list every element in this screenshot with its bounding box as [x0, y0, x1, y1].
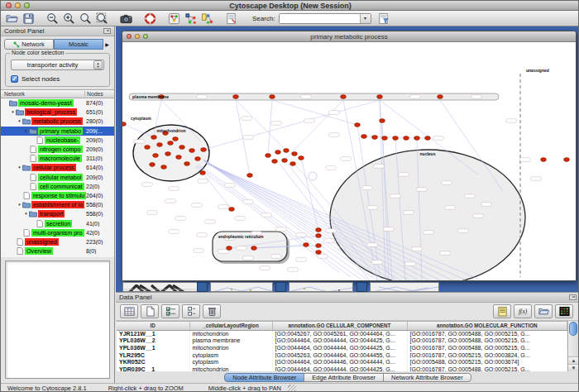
- graph-node[interactable]: [282, 159, 288, 163]
- help-icon[interactable]: [143, 12, 157, 26]
- minimize-icon[interactable]: [135, 34, 140, 39]
- graph-node[interactable]: [201, 148, 207, 152]
- delete-attr-icon[interactable]: [203, 304, 221, 318]
- table-cell[interactable]: [GO:0016787, GO:0005488, GO:0005215, G..…: [407, 366, 567, 371]
- tree-row[interactable]: response to stimulu264(0): [1, 191, 114, 200]
- close-icon[interactable]: [127, 34, 132, 39]
- graph-node[interactable]: [361, 135, 367, 139]
- table-cell[interactable]: [GO:0005488, GO:0005215, GO:0003674]: [407, 358, 567, 366]
- tree-row[interactable]: nitrogen compo209(0): [1, 145, 114, 154]
- table-cell[interactable]: YPL036W__1: [117, 344, 189, 351]
- tree-column-nodes[interactable]: Nodes: [84, 91, 114, 97]
- graph-node[interactable]: [173, 137, 179, 141]
- import-network-icon[interactable]: [184, 12, 198, 26]
- graph-node[interactable]: [200, 171, 206, 175]
- graph-node[interactable]: [145, 146, 151, 150]
- filter-icon[interactable]: [376, 12, 390, 26]
- graph-node[interactable]: [195, 157, 201, 161]
- graph-node[interactable]: [233, 95, 239, 99]
- graph-node[interactable]: [290, 162, 296, 166]
- graph-node[interactable]: [275, 151, 281, 155]
- save-icon[interactable]: [22, 12, 36, 26]
- table-scrollbar[interactable]: ▲▼: [567, 321, 579, 371]
- scrollbar-thumb[interactable]: [569, 322, 577, 336]
- table-cell[interactable]: YDR039C__1: [117, 366, 189, 371]
- table-cell[interactable]: mitochondrion: [189, 344, 272, 351]
- zoom-button[interactable]: [24, 2, 30, 8]
- tab-node-attribute-browser[interactable]: Node Attribute Browser: [224, 373, 304, 382]
- create-attr-icon[interactable]: [141, 304, 159, 318]
- graph-node[interactable]: [564, 158, 570, 162]
- table-cell[interactable]: cytoplasm: [189, 351, 272, 359]
- graph-node[interactable]: [382, 136, 388, 141]
- attribute-table[interactable]: ID_cellularLayoutRegionannotation.GO CEL…: [117, 322, 567, 371]
- table-cell[interactable]: plasma membrane: [189, 337, 272, 345]
- tree-row[interactable]: mosaic-demo-yeast874(0): [1, 98, 114, 108]
- table-column-header[interactable]: annotation.GO MOLECULAR_FUNCTION: [407, 322, 567, 330]
- float-panel-icon[interactable]: [103, 28, 111, 34]
- table-column-header[interactable]: _cellularLayoutRegion: [189, 322, 272, 330]
- graph-node[interactable]: [404, 136, 409, 141]
- table-cell[interactable]: [GO:0045263, GO:0044464, GO:0044455, G..…: [272, 351, 407, 359]
- graph-node[interactable]: [284, 149, 290, 153]
- graph-node[interactable]: [227, 246, 232, 251]
- dropdown-stepper-icon[interactable]: ▲▼: [93, 60, 103, 69]
- birdseye-view[interactable]: [5, 261, 110, 379]
- import-table-icon[interactable]: [200, 12, 214, 26]
- expand-arrow-icon[interactable]: ▼: [17, 119, 22, 123]
- notes-icon[interactable]: [493, 304, 511, 318]
- tab-network[interactable]: Network: [4, 39, 54, 50]
- unselect-attr-icon[interactable]: [182, 304, 200, 318]
- node-color-dropdown[interactable]: transporter activity ▲▼: [11, 60, 104, 70]
- tree-row[interactable]: ▼biological_process651(0): [1, 108, 114, 117]
- graph-node[interactable]: [179, 146, 185, 150]
- minimize-button[interactable]: [15, 2, 21, 8]
- graph-node[interactable]: [247, 174, 253, 178]
- open-folder-icon[interactable]: [5, 12, 19, 26]
- graph-node[interactable]: [272, 160, 278, 164]
- vizmapper-icon[interactable]: [167, 12, 181, 26]
- expand-arrow-icon[interactable]: ▼: [17, 165, 22, 170]
- graph-node[interactable]: [184, 162, 190, 166]
- tree-row[interactable]: multi-organism pro42(0): [1, 228, 114, 237]
- zoom-selected-icon[interactable]: [79, 12, 93, 26]
- graph-node[interactable]: [151, 136, 157, 140]
- scroll-up-icon[interactable]: ▲: [568, 356, 579, 364]
- table-cell[interactable]: [GO:0016787, GO:0005488, GO:0005215, G..…: [407, 337, 567, 345]
- table-row[interactable]: YLR295Ccytoplasm[GO:0045263, GO:0044464,…: [117, 351, 567, 359]
- tree-row[interactable]: macromolecule311(0): [1, 154, 114, 163]
- scroll-down-icon[interactable]: ▼: [568, 364, 579, 371]
- graph-node[interactable]: [380, 119, 385, 123]
- table-row[interactable]: YKR052Ccytoplasm[GO:0044464, GO:0044446,…: [117, 358, 567, 366]
- table-row[interactable]: YPL036W__1mitochondrion[GO:0044464, GO:0…: [117, 344, 567, 351]
- graph-node[interactable]: [316, 234, 322, 238]
- graph-node[interactable]: [165, 152, 171, 156]
- expand-arrow-icon[interactable]: ▼: [17, 203, 22, 207]
- zoom-fit-icon[interactable]: [95, 12, 109, 26]
- tab-network-attribute-browser[interactable]: Network Attribute Browser: [383, 373, 471, 382]
- table-cell[interactable]: YLR295C: [117, 351, 189, 359]
- table-cell[interactable]: [GO:0016787, GO:0005215, GO:0003824, G..…: [407, 351, 567, 359]
- table-cell[interactable]: [GO:0045267, GO:0045261, GO:0044464, G..…: [272, 330, 407, 337]
- tree-row[interactable]: cellular metabol209(0): [1, 173, 114, 182]
- tree-row[interactable]: unassigned223(0): [1, 237, 114, 246]
- graph-node[interactable]: [316, 251, 322, 255]
- close-button[interactable]: [6, 2, 12, 8]
- tree-row[interactable]: ▼establishment of lo558(0): [1, 200, 114, 209]
- tree-row[interactable]: secretion41(0): [1, 218, 114, 227]
- tree-row[interactable]: ▼transport558(0): [1, 209, 114, 218]
- table-cell[interactable]: [GO:0044464, GO:0044444, GO:0044425, G..…: [272, 366, 407, 371]
- graph-node[interactable]: [372, 136, 378, 140]
- tree-row[interactable]: ▼metabolic process280(0): [1, 117, 114, 126]
- camera-icon[interactable]: [119, 12, 133, 26]
- zoom-out-icon[interactable]: [45, 12, 60, 26]
- graph-node[interactable]: [161, 165, 167, 170]
- table-column-header[interactable]: annotation.GO CELLULAR_COMPONENT: [272, 322, 407, 330]
- table-column-header[interactable]: ID: [117, 322, 189, 330]
- table-row[interactable]: YPL036W__2plasma membrane[GO:0044464, GO…: [117, 337, 567, 345]
- graph-node[interactable]: [355, 123, 361, 127]
- graph-node[interactable]: [414, 136, 420, 141]
- import-attrs-icon[interactable]: [534, 304, 553, 318]
- graph-node[interactable]: [438, 95, 443, 99]
- table-cell[interactable]: [GO:0016787, GO:0005488, GO:0005215, G..…: [407, 344, 567, 351]
